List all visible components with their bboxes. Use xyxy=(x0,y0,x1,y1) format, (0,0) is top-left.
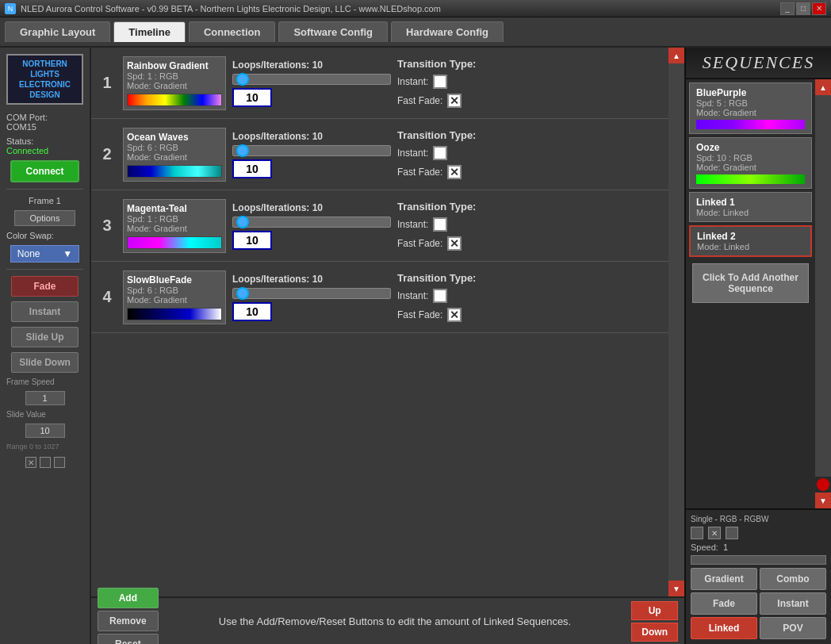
remove-button[interactable]: Remove xyxy=(98,611,159,631)
sequences-header: Sequences xyxy=(686,48,831,79)
instant-checkbox-1[interactable] xyxy=(433,75,447,89)
cb-check-icon[interactable] xyxy=(40,457,51,468)
bottom-info-text: Use the Add/Remove/Reset Buttons to edit… xyxy=(165,615,626,627)
instant-checkbox-2[interactable] xyxy=(433,146,447,160)
instant-checkbox-4[interactable] xyxy=(433,289,447,303)
slider-track-2[interactable] xyxy=(232,145,391,156)
rgb-checkbox[interactable]: ✕ xyxy=(708,527,721,539)
connect-button[interactable]: Connect xyxy=(10,160,79,182)
right-seq-item-1[interactable]: BluePurple Spd: 5 : RGB Mode: Gradient xyxy=(689,82,812,134)
slider-thumb-3[interactable] xyxy=(236,216,249,228)
up-button[interactable]: Up xyxy=(631,601,678,620)
options-button[interactable]: Options xyxy=(14,210,76,226)
tab-hardware-config[interactable]: Hardware Config xyxy=(391,21,504,42)
tab-graphic-layout[interactable]: Graphic Layout xyxy=(5,21,110,42)
app-icon: N xyxy=(5,3,16,14)
color-swap-dropdown[interactable]: None ▼ xyxy=(10,245,79,263)
instant-row-1: Instant: xyxy=(397,75,476,89)
instant-text-1: Instant: xyxy=(397,76,428,87)
frame-speed-input[interactable] xyxy=(25,391,65,405)
slide-value-input[interactable] xyxy=(25,424,65,438)
fast-fade-checkbox-3[interactable]: ✕ xyxy=(447,236,461,251)
combo-button[interactable]: Combo xyxy=(760,568,826,590)
center-scrollbar: ▲ ▼ xyxy=(668,48,684,596)
speed-slider[interactable] xyxy=(691,555,826,565)
right-seq-item-2[interactable]: Ooze Spd: 10 : RGB Mode: Gradient xyxy=(689,137,812,189)
frame-label: Frame 1 xyxy=(29,196,61,205)
center-scroll-track xyxy=(668,63,684,581)
com-port-label: COM Port: COM15 xyxy=(6,113,48,132)
slider-track-4[interactable] xyxy=(232,288,391,299)
slide-up-button[interactable]: Slide Up xyxy=(11,327,79,347)
loops-section-2: Loops/Iterations: 10 xyxy=(232,131,391,178)
right-seq-item-3[interactable]: Linked 1 Mode: Linked xyxy=(689,192,812,222)
slider-track-1[interactable] xyxy=(232,74,391,85)
right-seq-name-4: Linked 2 xyxy=(697,231,804,242)
fast-fade-checkbox-1[interactable]: ✕ xyxy=(447,94,461,108)
fast-fade-checkbox-2[interactable]: ✕ xyxy=(447,165,461,179)
loops-input-2[interactable] xyxy=(232,159,272,178)
single-checkbox[interactable] xyxy=(691,527,703,539)
pov-button[interactable]: POV xyxy=(760,617,826,639)
reset-button[interactable]: Reset xyxy=(98,634,159,644)
loops-label-4: Loops/Iterations: 10 xyxy=(232,274,323,285)
left-sidebar: Northern Lights Electronic Design COM Po… xyxy=(0,48,91,644)
divider-2 xyxy=(6,269,83,270)
fast-fade-checkbox-4[interactable]: ✕ xyxy=(447,308,461,322)
slider-thumb-4[interactable] xyxy=(236,287,249,300)
linked-button[interactable]: Linked xyxy=(691,617,757,639)
sequence-row-4: 4 SlowBlueFade Spd: 6 : RGB Mode: Gradie… xyxy=(91,262,668,333)
slide-down-button[interactable]: Slide Down xyxy=(11,352,79,373)
slide-value-label: Slide Value xyxy=(6,410,46,419)
slider-thumb-1[interactable] xyxy=(236,73,249,86)
tab-software-config[interactable]: Software Config xyxy=(278,21,388,42)
right-sequence-list: BluePurple Spd: 5 : RGB Mode: Gradient O… xyxy=(686,79,815,508)
logo-line1: Northern Lights xyxy=(11,59,79,79)
instant-text-4: Instant: xyxy=(397,290,428,301)
right-seq-item-4[interactable]: Linked 2 Mode: Linked xyxy=(689,225,812,257)
transition-label-3: Transition Type: xyxy=(397,201,476,213)
minimize-button[interactable]: _ xyxy=(780,2,795,15)
loops-input-4[interactable] xyxy=(232,302,272,321)
cb-x-icon[interactable]: ✕ xyxy=(25,457,36,468)
seq-preview-2[interactable]: Ocean Waves Spd: 6 : RGB Mode: Gradient xyxy=(123,128,226,182)
seq-preview-3[interactable]: Magenta-Teal Spd: 1 : RGB Mode: Gradient xyxy=(123,199,226,253)
instant2-button[interactable]: Instant xyxy=(760,592,826,615)
seq-meta-2b: Mode: Gradient xyxy=(127,152,222,162)
frame-speed-label: Frame Speed xyxy=(6,378,55,386)
add-sequence-button[interactable]: Click To Add Another Sequence xyxy=(692,263,809,303)
gradient-button[interactable]: Gradient xyxy=(691,568,757,590)
center-scroll-up[interactable]: ▲ xyxy=(668,48,684,63)
fast-fade-text-3: Fast Fade: xyxy=(397,238,442,249)
title-bar: N NLED Aurora Control Software - v0.99 B… xyxy=(0,0,831,17)
cb-sq-icon[interactable] xyxy=(54,457,65,468)
center-scroll-down[interactable]: ▼ xyxy=(668,581,684,596)
right-seq-name-2: Ooze xyxy=(696,142,805,153)
maximize-button[interactable]: □ xyxy=(796,2,810,15)
rgbw-checkbox[interactable] xyxy=(726,527,738,539)
seq-preview-4[interactable]: SlowBlueFade Spd: 6 : RGB Mode: Gradient xyxy=(123,270,226,324)
fast-fade-text-4: Fast Fade: xyxy=(397,309,442,320)
slider-thumb-2[interactable] xyxy=(236,144,249,157)
rgb-label: Single - RGB - RGBW xyxy=(691,515,768,523)
loops-input-1[interactable] xyxy=(232,88,272,107)
fade2-button[interactable]: Fade xyxy=(691,592,757,615)
loops-input-3[interactable] xyxy=(232,231,272,250)
right-seq-meta-1a: Spd: 5 : RGB xyxy=(696,98,805,108)
tab-timeline[interactable]: Timeline xyxy=(113,21,186,42)
range-info: Range 0 to 1027 xyxy=(6,443,59,450)
right-gradient-2 xyxy=(696,174,805,184)
tab-connection[interactable]: Connection xyxy=(189,21,276,42)
seq-name-4: SlowBlueFade xyxy=(127,274,222,286)
down-button[interactable]: Down xyxy=(631,623,678,642)
right-seq-name-1: BluePurple xyxy=(696,87,805,98)
fade-button[interactable]: Fade xyxy=(11,276,79,297)
slider-track-3[interactable] xyxy=(232,217,391,228)
add-button[interactable]: Add xyxy=(98,588,159,608)
instant-button[interactable]: Instant xyxy=(11,301,79,322)
close-button[interactable]: ✕ xyxy=(812,2,826,15)
right-scroll-down[interactable]: ▼ xyxy=(815,493,831,508)
seq-preview-1[interactable]: Rainbow Gradient Spd: 1 : RGB Mode: Grad… xyxy=(123,56,226,110)
instant-checkbox-3[interactable] xyxy=(433,217,447,232)
right-scroll-up[interactable]: ▲ xyxy=(815,79,831,95)
